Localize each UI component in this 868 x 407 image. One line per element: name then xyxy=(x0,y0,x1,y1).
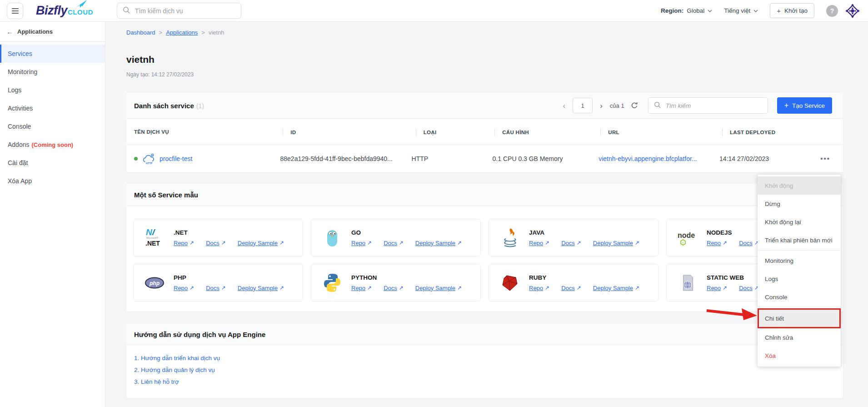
deploy-sample-link[interactable]: Deploy Sample↗ xyxy=(238,240,284,246)
service-list-title: Danh sách service(1) xyxy=(134,102,204,110)
ruby-icon xyxy=(499,274,521,292)
external-link-icon: ↗ xyxy=(279,240,284,246)
external-link-icon: ↗ xyxy=(221,240,226,246)
created-date: Ngày tạo: 14:12 27/02/2023 xyxy=(126,71,843,78)
guide-link-deploy[interactable]: 1. Hướng dẫn triển khai dịch vụ xyxy=(134,354,835,362)
php-icon: php xyxy=(144,276,165,290)
docs-link[interactable]: Docs↗ xyxy=(739,240,759,246)
question-icon[interactable]: ? xyxy=(826,5,838,17)
sidebar-item-settings[interactable]: Cài đặt xyxy=(0,154,105,172)
menu-item-edit[interactable]: Chỉnh sửa xyxy=(758,328,841,347)
external-link-icon: ↗ xyxy=(635,240,639,246)
bizfly-logo[interactable]: Bizfly CLOUD xyxy=(36,4,93,18)
sidebar-item-logs[interactable]: Logs xyxy=(0,81,105,99)
guide-link-manage[interactable]: 2. Hướng dẫn quản lý dịch vụ xyxy=(134,366,835,374)
docs-link[interactable]: Docs↗ xyxy=(739,285,759,291)
sidebar-back[interactable]: ← Applications xyxy=(0,21,105,42)
create-resource-button[interactable]: + Khởi tạo xyxy=(770,3,814,18)
sidebar-item-services[interactable]: Services xyxy=(0,45,105,63)
sidebar-back-label: Applications xyxy=(17,28,53,35)
repo-link[interactable]: Repo↗ xyxy=(707,240,727,246)
logo-brand-text: Bizfly xyxy=(36,4,67,18)
external-link-icon: ↗ xyxy=(545,240,549,246)
repo-link[interactable]: Repo↗ xyxy=(351,240,372,246)
deploy-sample-link[interactable]: Deploy Sample↗ xyxy=(415,240,462,246)
service-last-deployed: 14:14 27/02/2023 xyxy=(712,155,820,162)
docs-link[interactable]: Docs↗ xyxy=(561,285,581,291)
ecosystem-icon[interactable] xyxy=(845,4,860,18)
search-icon xyxy=(123,6,130,15)
docs-link[interactable]: Docs↗ xyxy=(206,240,226,246)
sidebar-item-addons[interactable]: Addons (Coming soon) xyxy=(0,136,105,154)
service-type: HTTP xyxy=(404,155,485,162)
menu-item-delete[interactable]: Xóa xyxy=(758,347,841,365)
menu-item-monitoring[interactable]: Monitoring xyxy=(758,251,841,270)
svg-text:Microsoft®: Microsoft® xyxy=(146,236,158,239)
prev-page-button[interactable]: ‹ xyxy=(562,102,566,110)
service-id: 88e2a129-5fdd-41ff-9bec-bebfda9940... xyxy=(273,155,404,162)
global-search[interactable] xyxy=(117,3,241,19)
page-number-input[interactable] xyxy=(573,98,593,113)
external-link-icon: ↗ xyxy=(367,285,372,291)
menu-item-deploy-new-version[interactable]: Triển khai phiên bản mới xyxy=(758,231,841,249)
create-resource-label: Khởi tạo xyxy=(784,7,808,14)
external-link-icon: ↗ xyxy=(190,285,194,291)
external-link-icon: ↗ xyxy=(723,240,727,246)
global-search-input[interactable] xyxy=(134,7,235,15)
repo-link[interactable]: Repo↗ xyxy=(707,285,727,291)
more-actions-icon[interactable]: ••• xyxy=(820,156,830,161)
docs-link[interactable]: Docs↗ xyxy=(384,285,404,291)
repo-link[interactable]: Repo↗ xyxy=(174,285,194,291)
deploy-sample-link[interactable]: Deploy Sample↗ xyxy=(238,285,284,291)
docs-link[interactable]: Docs↗ xyxy=(561,240,581,246)
service-search-input[interactable] xyxy=(665,102,762,110)
service-count: (1) xyxy=(196,102,204,110)
menu-item-restart[interactable]: Khởi động lại xyxy=(758,213,841,231)
guide-title: Hướng dẫn sử dụng dịch vụ App Engine xyxy=(134,331,265,338)
repo-link[interactable]: Repo↗ xyxy=(529,240,549,246)
menu-item-console[interactable]: Console xyxy=(758,288,841,306)
guide-link-support[interactable]: 3. Liên hệ hỗ trợ xyxy=(134,378,835,386)
menu-item-stop[interactable]: Dừng xyxy=(758,195,841,213)
menu-item-details[interactable]: Chi tiết xyxy=(758,308,841,328)
breadcrumb-applications[interactable]: Applications xyxy=(166,29,198,36)
external-link-icon: ↗ xyxy=(221,285,226,291)
repo-link[interactable]: Repo↗ xyxy=(529,285,549,291)
sidebar-item-console[interactable]: Console xyxy=(0,117,105,136)
service-search[interactable] xyxy=(648,97,768,114)
page-total-label: của 1 xyxy=(610,102,624,109)
region-selector[interactable]: Region: Global xyxy=(661,7,712,14)
breadcrumb-separator: > xyxy=(201,29,205,36)
repo-link[interactable]: Repo↗ xyxy=(351,285,372,291)
external-link-icon: ↗ xyxy=(457,240,462,246)
language-selector[interactable]: Tiếng việt xyxy=(724,7,758,14)
deploy-sample-link[interactable]: Deploy Sample↗ xyxy=(415,285,462,291)
repo-link[interactable]: Repo↗ xyxy=(174,240,194,246)
breadcrumb-dashboard[interactable]: Dashboard xyxy=(126,29,155,36)
menu-divider xyxy=(758,250,841,251)
create-service-label: Tạo Service xyxy=(792,102,825,109)
breadcrumb-current: vietnh xyxy=(209,29,224,36)
menu-icon[interactable] xyxy=(7,3,23,19)
external-link-icon: ↗ xyxy=(399,285,404,291)
sidebar-item-delete-app[interactable]: Xóa App xyxy=(0,172,105,190)
create-service-button[interactable]: + Tạo Service xyxy=(777,97,832,114)
service-actions-menu: Khởi động Dừng Khởi động lại Triển khai … xyxy=(758,175,841,367)
deploy-sample-link[interactable]: Deploy Sample↗ xyxy=(593,240,639,246)
service-url-link[interactable]: vietnh-ebyvi.appengine.bfcplatfor... xyxy=(599,155,697,162)
nodejs-icon: node ® xyxy=(677,229,698,247)
template-card-java: JAVA Repo↗ Docs↗ Deploy Sample↗ xyxy=(489,219,658,256)
docs-link[interactable]: Docs↗ xyxy=(206,285,226,291)
sidebar-item-monitoring[interactable]: Monitoring xyxy=(0,63,105,81)
sidebar-item-activities[interactable]: Activities xyxy=(0,99,105,117)
menu-item-logs[interactable]: Logs xyxy=(758,270,841,288)
next-page-button[interactable]: › xyxy=(599,102,604,110)
http-cloud-icon: HTTP xyxy=(142,153,155,165)
external-link-icon: ↗ xyxy=(577,240,581,246)
refresh-icon[interactable] xyxy=(631,102,638,109)
top-header: Bizfly CLOUD Region: Global Tiếng việt +… xyxy=(0,0,868,22)
deploy-sample-link[interactable]: Deploy Sample↗ xyxy=(593,285,639,291)
service-name-link[interactable]: procfile-test xyxy=(160,155,192,162)
docs-link[interactable]: Docs↗ xyxy=(384,240,404,246)
template-card-python: PYTHON Repo↗ Docs↗ Deploy Sample↗ xyxy=(311,264,481,301)
